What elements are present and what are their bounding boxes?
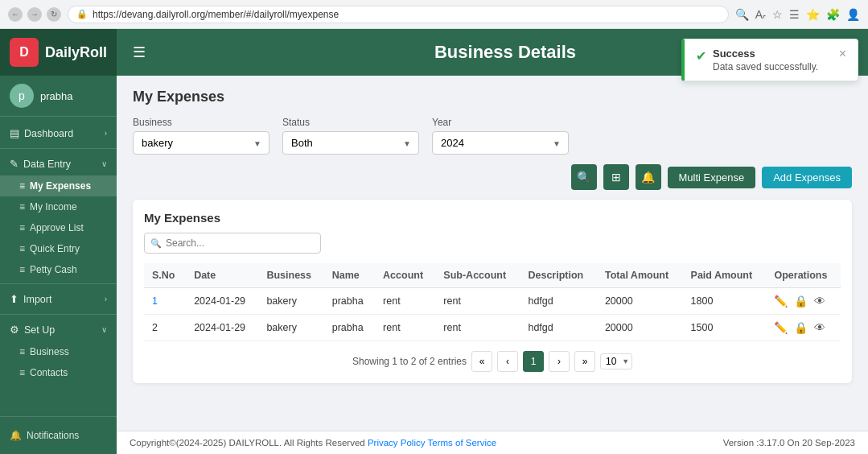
sidebar-item-setup[interactable]: ⚙ Set Up ∨ [0, 318, 117, 341]
page-size-select[interactable]: 10 25 50 [600, 353, 632, 369]
business-select[interactable]: bakery [133, 131, 269, 155]
edit-icon: ✎ [10, 158, 19, 170]
view-icon[interactable]: 👁 [814, 321, 825, 334]
filters-row: Business bakery Status Both Approved Pen… [133, 117, 852, 155]
page-prev-button[interactable]: ‹ [497, 351, 518, 372]
sidebar-item-quick-entry[interactable]: ≡ Quick Entry [0, 238, 117, 259]
bell-icon: 🔔 [10, 430, 22, 441]
sidebar-item-label: Set Up [24, 324, 55, 336]
col-name: Name [324, 263, 375, 288]
sidebar-user: p prabha [0, 76, 117, 117]
chevron-down-icon: ∨ [101, 159, 107, 168]
gear-icon: ⚙ [10, 324, 19, 336]
grid-view-button[interactable]: ⊞ [603, 164, 629, 190]
year-select[interactable]: 2024 2023 2022 [432, 131, 569, 155]
reader-icon[interactable]: Aᵣ [755, 8, 766, 21]
row-total-amount: 20000 [597, 288, 683, 315]
chevron-down-icon: ∨ [101, 325, 107, 334]
collections-icon[interactable]: ☰ [789, 8, 800, 21]
page-1-button[interactable]: 1 [523, 351, 544, 372]
divider [0, 283, 117, 284]
chevron-right-icon: › [105, 295, 107, 303]
toast-notification: ✔ Success Data saved successfully. × [681, 39, 858, 81]
table-card: My Expenses S.No Date Business Name Acco… [133, 200, 852, 383]
pagination-row: Showing 1 to 2 of 2 entries « ‹ 1 › » 10… [144, 351, 841, 372]
sidebar-item-my-income[interactable]: ≡ My Income [0, 196, 117, 217]
sidebar-item-contacts[interactable]: ≡ Contacts [0, 362, 117, 383]
row-sno-link[interactable]: 1 [152, 295, 158, 307]
row-sub-account: rent [435, 315, 520, 341]
sidebar-item-label: My Expenses [30, 180, 91, 192]
search-button[interactable]: 🔍 [571, 164, 597, 190]
edit-icon[interactable]: ✏️ [774, 295, 788, 307]
table-card-title: My Expenses [144, 211, 841, 225]
footer-left: Copyright©(2024-2025) DAILYROLL. All Rig… [130, 438, 496, 448]
toolbar-row: 🔍 ⊞ 🔔 Multi Expense Add Expenses [133, 164, 852, 190]
search-input[interactable] [144, 233, 321, 254]
action-icons: ✏️ 🔒 👁 [774, 295, 833, 307]
lock-icon: 🔒 [76, 9, 88, 19]
chevron-right-icon: › [105, 129, 107, 138]
list-icon: ≡ [19, 180, 25, 192]
page-footer: Copyright©(2024-2025) DAILYROLL. All Rig… [117, 431, 868, 454]
sidebar-item-my-expenses[interactable]: ≡ My Expenses [0, 175, 117, 196]
status-select[interactable]: Both Approved Pending [282, 131, 419, 155]
extensions-icon[interactable]: 🧩 [826, 8, 840, 21]
sidebar-item-approve-list[interactable]: ≡ Approve List [0, 217, 117, 238]
sidebar-item-business[interactable]: ≡ Business [0, 341, 117, 362]
sidebar-item-notifications[interactable]: 🔔 Notifications [10, 425, 107, 446]
year-select-wrapper: 2024 2023 2022 [432, 131, 569, 155]
sidebar-logo: D DailyRoll [0, 29, 117, 76]
row-name: prabha [324, 288, 375, 315]
privacy-policy-link[interactable]: Privacy Policy [368, 438, 426, 448]
favorites-icon[interactable]: ⭐ [806, 8, 820, 21]
notification-button[interactable]: 🔔 [636, 164, 661, 190]
logo-text: DailyRoll [45, 44, 107, 61]
sidebar-item-petty-cash[interactable]: ≡ Petty Cash [0, 259, 117, 280]
lock-icon[interactable]: 🔒 [794, 321, 808, 334]
row-name: prabha [324, 315, 375, 341]
page-next-button[interactable]: › [549, 351, 570, 372]
divider [0, 148, 117, 149]
toast-message: Data saved successfully. [713, 61, 829, 72]
bookmark-icon[interactable]: ☆ [772, 8, 783, 21]
menu-button[interactable]: ☰ [133, 43, 146, 61]
forward-button[interactable]: → [27, 7, 42, 22]
sidebar-item-label: Approve List [30, 222, 84, 233]
col-paid-amount: Paid Amount [683, 263, 767, 288]
col-account: Account [375, 263, 435, 288]
search-browser-icon[interactable]: 🔍 [735, 8, 749, 21]
sidebar-item-dashboard[interactable]: ▤ Dashboard › [0, 122, 117, 145]
page-last-button[interactable]: » [574, 351, 595, 372]
sidebar-item-import[interactable]: ⬆ Import › [0, 287, 117, 311]
col-sno: S.No [144, 263, 186, 288]
terms-link[interactable]: Terms of Service [427, 438, 496, 448]
toast-check-icon: ✔ [696, 48, 706, 64]
browser-actions: 🔍 Aᵣ ☆ ☰ ⭐ 🧩 👤 [735, 8, 860, 21]
add-expenses-button[interactable]: Add Expenses [762, 167, 852, 188]
year-filter-label: Year [432, 117, 569, 128]
multi-expense-button[interactable]: Multi Expense [668, 167, 756, 188]
expenses-table: S.No Date Business Name Account Sub-Acco… [144, 263, 841, 341]
browser-bar: ← → ↻ 🔒 https://devang.dailyroll.org/mem… [0, 0, 868, 29]
page-area: My Expenses Business bakery Status Bot [117, 76, 868, 431]
view-icon[interactable]: 👁 [814, 295, 825, 307]
back-button[interactable]: ← [8, 7, 23, 22]
sidebar-item-label: Petty Cash [30, 264, 77, 275]
list-icon: ≡ [19, 222, 25, 233]
edit-icon[interactable]: ✏️ [774, 321, 788, 334]
list-icon: ≡ [19, 346, 25, 357]
app-wrapper: D DailyRoll p prabha ▤ Dashboard › ✎ Dat… [0, 29, 868, 454]
sidebar-item-data-entry[interactable]: ✎ Data Entry ∨ [0, 152, 117, 175]
account-icon[interactable]: 👤 [846, 8, 860, 21]
page-first-button[interactable]: « [471, 351, 492, 372]
lock-icon[interactable]: 🔒 [794, 295, 808, 307]
list-icon: ≡ [19, 264, 25, 275]
sidebar-item-label: Business [30, 346, 69, 357]
row-description: hdfgd [520, 315, 596, 341]
toast-close-button[interactable]: × [839, 47, 846, 60]
list-icon: ≡ [19, 201, 25, 213]
address-bar[interactable]: 🔒 https://devang.dailyroll.org/member/#/… [68, 6, 729, 23]
refresh-button[interactable]: ↻ [47, 7, 61, 22]
sidebar-item-label: Import [23, 294, 51, 305]
